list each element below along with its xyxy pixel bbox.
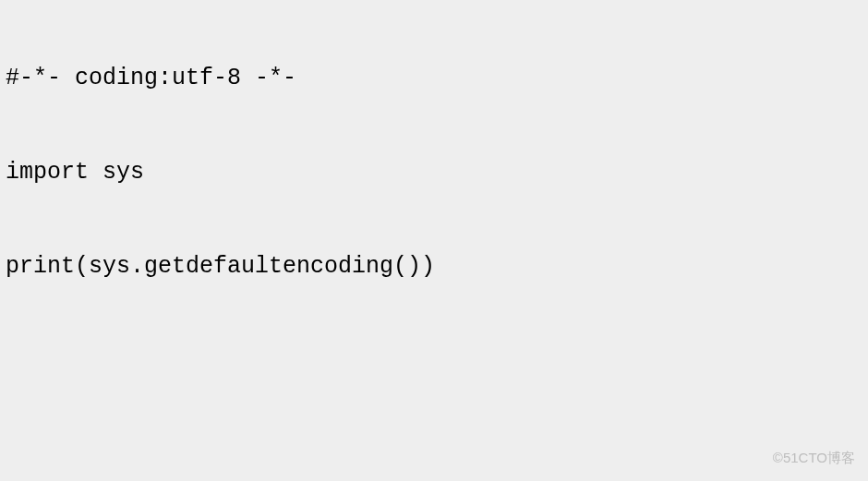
code-line: #-*- coding:utf-8 -*- — [6, 63, 864, 94]
code-line — [6, 439, 864, 471]
code-line — [6, 345, 864, 377]
watermark: ©51CTO博客 — [773, 442, 855, 474]
code-line: print(sys.getdefaultencoding()) — [6, 251, 864, 283]
code-editor[interactable]: #-*- coding:utf-8 -*- import sys print(s… — [0, 0, 868, 481]
code-line: import sys — [6, 157, 864, 188]
